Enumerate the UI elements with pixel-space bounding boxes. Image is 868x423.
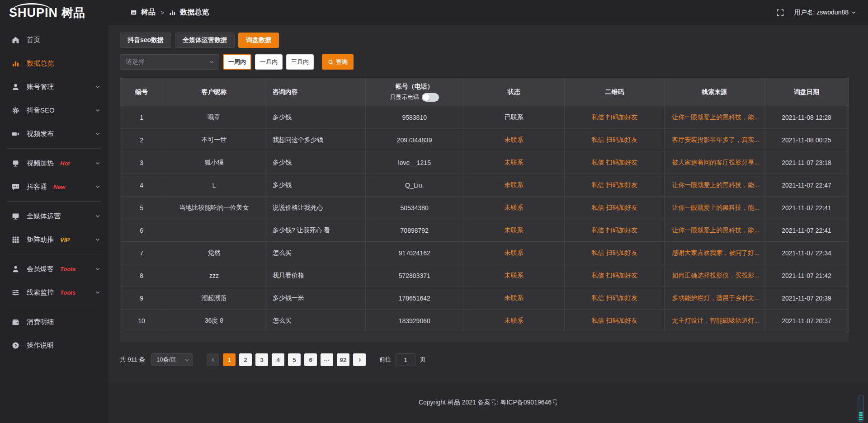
range-month-button[interactable]: 一月内 [255, 54, 283, 70]
breadcrumb-current: 数据总览 [180, 8, 209, 17]
cell-status: 未联系 [463, 174, 565, 197]
floating-widget[interactable] [858, 395, 864, 422]
sidebar-item-help[interactable]: ? 操作说明 [0, 334, 108, 357]
select-placeholder: 请选择 [126, 58, 145, 66]
cell-nickname [163, 219, 265, 242]
status-badge: 未联系 [505, 204, 524, 211]
search-button-label: 查询 [336, 58, 348, 66]
page-button-6[interactable]: 6 [304, 353, 317, 366]
chevron-down-icon [95, 290, 100, 295]
cell-no: 9 [120, 287, 163, 310]
cell-date: 2021-11-07 22:47 [764, 174, 849, 197]
sidebar-item-home[interactable]: 首页 [0, 28, 108, 52]
sidebar-item-data-overview[interactable]: 数据总览 [0, 52, 108, 75]
sidebar-item-spend-detail[interactable]: 消费明细 [0, 310, 108, 334]
cell-qrcode: 私信 扫码加好友 [565, 219, 665, 242]
page-button-3[interactable]: 3 [255, 353, 268, 366]
page-button-92[interactable]: 92 [337, 353, 349, 366]
sidebar-item-doketong[interactable]: 抖客通 New [0, 175, 108, 198]
qr-link[interactable]: 私信 扫码加好友 [591, 159, 637, 166]
topbar: 树品 > 数据总览 用户名: zswodun88 [108, 0, 868, 25]
tab-inquiry-data[interactable]: 询盘数据 [238, 33, 279, 48]
source-link[interactable]: 客厅安装投影半年多了，真实... [672, 136, 760, 143]
range-week-button[interactable]: 一周内 [223, 54, 251, 70]
sidebar-item-douyin-seo[interactable]: 抖音SEO [0, 99, 108, 122]
source-link[interactable]: 让你一眼就爱上的黑科技，能... [672, 181, 760, 188]
qr-link[interactable]: 私信 扫码加好友 [591, 249, 637, 256]
page-button-2[interactable]: 2 [239, 353, 252, 366]
page-button-4[interactable]: 4 [272, 353, 284, 366]
sidebar-item-label: 全媒体运营 [27, 212, 61, 221]
cell-nickname: 狐小狸 [163, 151, 265, 174]
sidebar-item-lead-monitor[interactable]: 线索监控 Tools [0, 281, 108, 304]
grid-icon [12, 235, 20, 244]
user-menu[interactable]: 用户名: zswodun88 [794, 9, 856, 17]
table-row: 1 哦章 多少钱 9583810 已联系 私信 扫码加好友 让你一眼就爱上的黑科… [120, 106, 849, 129]
sidebar-item-label: 视频发布 [27, 130, 54, 138]
tab-omni-media-data[interactable]: 全媒体运营数据 [175, 33, 235, 48]
goto-page-input[interactable]: 1 [396, 353, 415, 366]
page-size-select[interactable]: 10条/页 [151, 353, 193, 366]
cell-date: 2021-11-07 20:37 [764, 310, 849, 332]
bar-chart-icon [169, 9, 176, 16]
sidebar-nav: 首页 数据总览 账号管理 抖音SEO 视频发布 视频加热 Hot [0, 25, 108, 357]
tab-douyin-seo-data[interactable]: 抖音seo数据 [120, 33, 171, 48]
cell-qrcode: 私信 扫码加好友 [565, 242, 665, 264]
source-link[interactable]: 无主灯设计，智能磁吸轨道灯... [672, 317, 760, 324]
account-select[interactable]: 请选择 [120, 54, 219, 70]
qr-link[interactable]: 私信 扫码加好友 [591, 113, 637, 121]
search-button[interactable]: 查询 [322, 54, 354, 70]
source-link[interactable]: 多功能护栏灯，适用于乡村文... [672, 294, 760, 301]
page-button-1[interactable]: 1 [223, 353, 236, 366]
sidebar-item-omni-media[interactable]: 全媒体运营 [0, 204, 108, 228]
cell-status: 未联系 [463, 242, 565, 264]
cell-no: 8 [120, 264, 163, 287]
sidebar-item-video-publish[interactable]: 视频发布 [0, 122, 108, 146]
cell-qrcode: 私信 扫码加好友 [565, 174, 665, 197]
source-link[interactable]: 被大家追着问的客厅投影分享... [672, 159, 760, 166]
sidebar-item-matrix-boost[interactable]: 矩阵助推 VIP [0, 228, 108, 251]
range-quarter-button[interactable]: 三月内 [286, 54, 314, 70]
chevron-down-icon [95, 213, 100, 219]
fullscreen-icon[interactable] [777, 9, 784, 16]
source-link[interactable]: 让你一眼就爱上的黑科技，能... [672, 226, 760, 234]
cell-content: 怎么买 [265, 242, 365, 264]
cell-no: 10 [120, 310, 163, 332]
sidebar-item-account-management[interactable]: 账号管理 [0, 75, 108, 99]
chevron-down-icon [95, 184, 100, 189]
phone-only-toggle[interactable] [422, 93, 439, 102]
qr-link[interactable]: 私信 扫码加好友 [591, 294, 637, 301]
sidebar-item-label: 数据总览 [27, 59, 54, 68]
more-pages-button[interactable]: ··· [321, 353, 333, 366]
cell-date: 2021-11-07 22:41 [764, 219, 849, 242]
source-link[interactable]: 让你一眼就爱上的黑科技，能... [672, 204, 760, 211]
status-badge: 未联系 [505, 226, 524, 234]
cell-date: 2021-11-07 23:18 [764, 151, 849, 174]
qr-link[interactable]: 私信 扫码加好友 [591, 136, 637, 143]
sidebar-divider [7, 148, 101, 149]
source-link[interactable]: 如何正确选择投影仪，买投影... [672, 272, 760, 279]
sidebar-divider [7, 201, 101, 202]
sidebar-item-member-baoke[interactable]: 会员爆客 Tools [0, 257, 108, 281]
qr-link[interactable]: 私信 扫码加好友 [591, 226, 637, 234]
sidebar-item-video-heat[interactable]: 视频加热 Hot [0, 151, 108, 175]
cell-account: 178651642 [366, 287, 463, 310]
sidebar-item-label: 线索监控 [27, 288, 54, 297]
qr-link[interactable]: 私信 扫码加好友 [591, 181, 637, 188]
cell-nickname: L [163, 174, 265, 197]
source-link[interactable]: 感谢大家喜欢我家，被问了好... [672, 249, 760, 256]
source-link[interactable]: 让你一眼就爱上的黑科技，能... [672, 113, 760, 121]
qr-link[interactable]: 私信 扫码加好友 [591, 317, 637, 324]
cell-qrcode: 私信 扫码加好友 [565, 106, 665, 129]
sidebar-item-label: 视频加热 [27, 159, 54, 168]
qr-link[interactable]: 私信 扫码加好友 [591, 204, 637, 211]
svg-text:?: ? [14, 343, 17, 348]
cell-status: 未联系 [463, 287, 565, 310]
page-button-5[interactable]: 5 [288, 353, 301, 366]
chevron-down-icon [95, 131, 100, 136]
breadcrumb-root[interactable]: 树品 [141, 8, 156, 17]
cell-nickname: 潮起潮落 [163, 287, 265, 310]
next-page-button[interactable] [353, 353, 366, 366]
prev-page-button[interactable] [207, 353, 219, 366]
qr-link[interactable]: 私信 扫码加好友 [591, 272, 637, 279]
